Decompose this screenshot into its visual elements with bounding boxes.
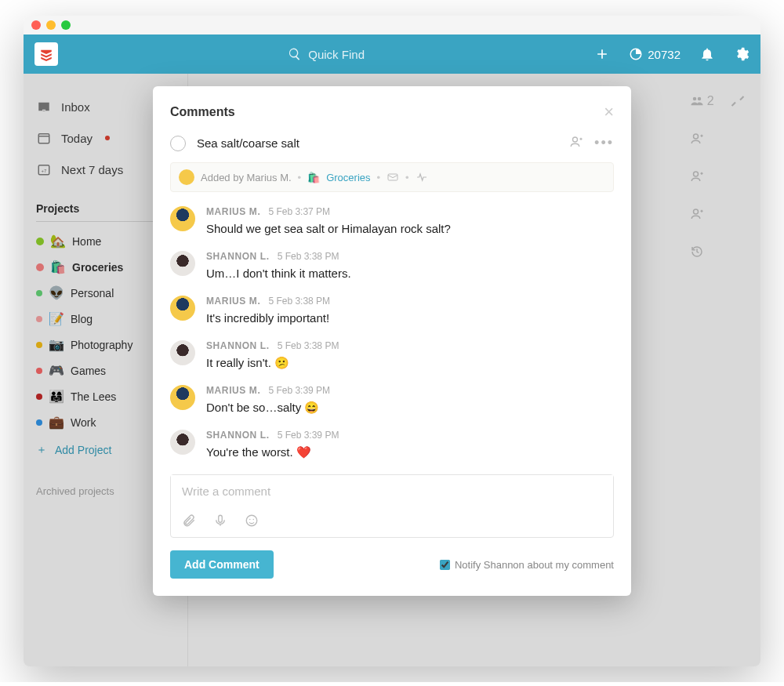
- comment-text: It's incredibly important!: [206, 310, 614, 326]
- modal-footer: Add Comment Notify Shannon about my comm…: [170, 550, 614, 579]
- comment-timestamp: 5 Feb 3:38 PM: [278, 251, 339, 262]
- app-logo[interactable]: [34, 42, 58, 66]
- comment-timestamp: 5 Feb 3:38 PM: [268, 296, 330, 307]
- assign-person-icon[interactable]: [569, 135, 583, 149]
- close-modal[interactable]: ×: [604, 102, 614, 122]
- comment-author: MARIUS M.: [206, 296, 260, 307]
- comment-timestamp: 5 Feb 3:37 PM: [268, 206, 330, 217]
- task-checkbox[interactable]: [170, 136, 186, 151]
- maximize-window[interactable]: [61, 20, 71, 30]
- comment-author: SHANNON L.: [206, 430, 270, 441]
- mailbox-icon[interactable]: [387, 171, 399, 183]
- comment-list: MARIUS M.5 Feb 3:37 PMShould we get sea …: [170, 206, 614, 460]
- close-window[interactable]: [31, 20, 41, 30]
- search[interactable]: Quick Find: [58, 47, 594, 61]
- notify-toggle[interactable]: Notify Shannon about my comment: [440, 559, 614, 571]
- comment-author: SHANNON L.: [206, 340, 270, 351]
- comment-author: MARIUS M.: [206, 385, 260, 396]
- meta-avatar: [179, 169, 194, 185]
- topbar-actions: 20732: [594, 46, 750, 62]
- comment-4: MARIUS M.5 Feb 3:39 PMDon't be so…salty …: [170, 385, 614, 416]
- minimize-window[interactable]: [46, 20, 56, 30]
- comment-1: SHANNON L.5 Feb 3:38 PMUm…I don't think …: [170, 251, 614, 281]
- add-comment-button[interactable]: Add Comment: [170, 550, 274, 579]
- task-name[interactable]: Sea salt/coarse salt: [197, 136, 558, 150]
- comment-avatar: [170, 340, 195, 365]
- comment-timestamp: 5 Feb 3:38 PM: [278, 340, 339, 351]
- more-icon[interactable]: •••: [594, 135, 614, 151]
- add-task-icon[interactable]: [594, 46, 610, 62]
- composer-tools: [171, 507, 613, 537]
- comment-composer: [170, 474, 614, 538]
- comments-modal: Comments × Sea salt/coarse salt ••• Adde…: [153, 86, 631, 596]
- settings-icon[interactable]: [734, 46, 750, 62]
- comment-avatar: [170, 385, 195, 410]
- comment-5: SHANNON L.5 Feb 3:39 PMYou're the worst.…: [170, 430, 614, 460]
- comment-text: You're the worst. ❤️: [206, 444, 614, 460]
- svg-point-12: [253, 519, 255, 521]
- comment-avatar: [170, 296, 195, 321]
- app-window: Quick Find 20732 Inbox Today +7 Next: [24, 16, 760, 666]
- task-row: Sea salt/coarse salt •••: [170, 135, 614, 151]
- comment-timestamp: 5 Feb 3:39 PM: [268, 385, 330, 396]
- comment-2: MARIUS M.5 Feb 3:38 PMIt's incredibly im…: [170, 296, 614, 326]
- svg-rect-9: [219, 515, 223, 522]
- svg-point-11: [249, 519, 251, 521]
- search-placeholder: Quick Find: [308, 48, 365, 61]
- comment-text: Um…I don't think it matters.: [206, 265, 614, 281]
- comment-text: Don't be so…salty 😄: [206, 399, 614, 416]
- titlebar: [24, 16, 760, 34]
- comment-timestamp: 5 Feb 3:39 PM: [278, 430, 339, 441]
- comment-text: Should we get sea salt or Himalayan rock…: [206, 220, 614, 237]
- meta-project-link[interactable]: Groceries: [326, 172, 370, 183]
- comment-3: SHANNON L.5 Feb 3:38 PMIt really isn't. …: [170, 340, 614, 371]
- search-icon: [288, 47, 302, 61]
- comment-text: It really isn't. 😕: [206, 354, 614, 371]
- svg-point-10: [246, 515, 257, 526]
- comment-avatar: [170, 206, 195, 231]
- karma-score[interactable]: 20732: [629, 47, 681, 61]
- comment-author: MARIUS M.: [206, 206, 260, 217]
- modal-title: Comments: [170, 105, 235, 119]
- meta-added-by: Added by Marius M.: [201, 172, 292, 183]
- meta-project-emoji: 🛍️: [307, 172, 320, 183]
- svg-rect-8: [388, 174, 397, 180]
- notify-label: Notify Shannon about my comment: [455, 559, 614, 571]
- task-meta: Added by Marius M. • 🛍️ Groceries • •: [170, 162, 614, 192]
- microphone-icon[interactable]: [213, 514, 227, 528]
- comment-author: SHANNON L.: [206, 251, 270, 262]
- comment-avatar: [170, 251, 195, 276]
- karma-value: 20732: [648, 48, 681, 61]
- notify-checkbox[interactable]: [440, 560, 450, 570]
- activity-icon[interactable]: [416, 171, 428, 183]
- attachment-icon[interactable]: [182, 514, 196, 528]
- emoji-icon[interactable]: [245, 514, 259, 528]
- svg-point-7: [573, 137, 578, 142]
- comment-input[interactable]: [171, 475, 613, 507]
- karma-icon: [629, 47, 643, 61]
- comment-0: MARIUS M.5 Feb 3:37 PMShould we get sea …: [170, 206, 614, 237]
- comment-avatar: [170, 430, 195, 455]
- notifications-icon[interactable]: [699, 46, 715, 62]
- topbar: Quick Find 20732: [24, 34, 760, 74]
- todoist-logo-icon: [39, 47, 53, 61]
